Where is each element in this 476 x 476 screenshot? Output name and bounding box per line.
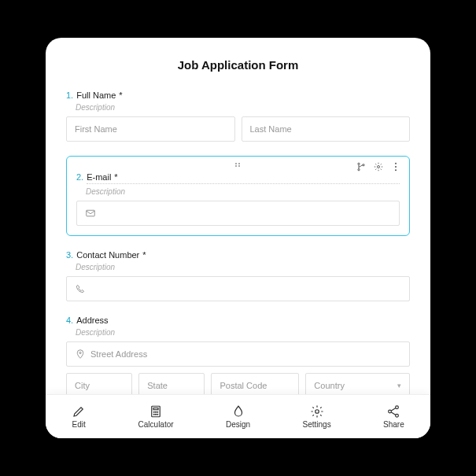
editable-label[interactable]: E-mail * bbox=[87, 172, 400, 184]
drop-icon bbox=[231, 404, 245, 419]
field-description: Description bbox=[76, 328, 410, 337]
svg-point-19 bbox=[156, 414, 157, 415]
nav-design[interactable]: Design bbox=[226, 404, 250, 429]
nav-label: Design bbox=[226, 420, 250, 429]
svg-point-9 bbox=[395, 166, 397, 168]
field-label-row: 2. E-mail * bbox=[76, 172, 400, 184]
field-email-selected[interactable]: 2. E-mail * Description bbox=[66, 156, 410, 236]
nav-label: Share bbox=[383, 420, 404, 429]
field-description: Description bbox=[76, 103, 410, 112]
svg-point-15 bbox=[153, 411, 154, 412]
svg-point-16 bbox=[156, 411, 157, 412]
branch-icon[interactable] bbox=[356, 161, 367, 172]
field-label-row: 4. Address bbox=[66, 315, 410, 325]
envelope-icon bbox=[85, 208, 96, 219]
field-tools bbox=[356, 161, 401, 172]
address-subrow: City State Postal Code Country ▾ bbox=[66, 373, 410, 394]
placeholder: City bbox=[75, 381, 90, 390]
field-label: Address bbox=[76, 315, 108, 325]
nav-calculator[interactable]: Calculator bbox=[138, 404, 174, 429]
phone-input[interactable] bbox=[66, 276, 410, 301]
first-name-input[interactable]: First Name bbox=[66, 116, 235, 142]
nav-share[interactable]: Share bbox=[383, 404, 404, 429]
svg-point-12 bbox=[79, 352, 81, 353]
email-input[interactable] bbox=[76, 201, 400, 226]
placeholder: Street Address bbox=[90, 349, 147, 359]
nav-settings[interactable]: Settings bbox=[303, 404, 331, 429]
city-input[interactable]: City bbox=[66, 373, 132, 394]
street-input[interactable]: Street Address bbox=[66, 341, 410, 367]
form-content: Job Application Form 1. Full Name * Desc… bbox=[46, 38, 430, 394]
nav-label: Edit bbox=[72, 420, 86, 429]
svg-point-21 bbox=[315, 410, 319, 414]
placeholder: Postal Code bbox=[220, 381, 267, 390]
field-number: 4. bbox=[66, 315, 73, 325]
field-number: 3. bbox=[66, 250, 73, 260]
field-address[interactable]: 4. Address Description Street Address Ci… bbox=[66, 315, 410, 394]
field-label-row: 1. Full Name * bbox=[66, 90, 410, 100]
field-description[interactable]: Description bbox=[86, 187, 400, 196]
field-contact[interactable]: 3. Contact Number * Description bbox=[66, 250, 410, 301]
svg-point-10 bbox=[395, 169, 397, 171]
svg-rect-14 bbox=[153, 408, 158, 410]
placeholder: Country bbox=[314, 381, 345, 390]
field-description: Description bbox=[76, 263, 410, 271]
field-label-row: 3. Contact Number * bbox=[66, 250, 410, 260]
gear-icon[interactable] bbox=[373, 161, 384, 172]
required-mark: * bbox=[119, 90, 122, 100]
field-number: 2. bbox=[76, 172, 83, 182]
field-full-name[interactable]: 1. Full Name * Description First Name La… bbox=[66, 90, 410, 142]
svg-point-7 bbox=[378, 166, 380, 168]
state-input[interactable]: State bbox=[138, 373, 205, 394]
svg-point-17 bbox=[157, 411, 158, 412]
form-builder-card: Job Application Form 1. Full Name * Desc… bbox=[46, 38, 430, 438]
nav-edit[interactable]: Edit bbox=[72, 404, 86, 429]
svg-point-20 bbox=[157, 414, 158, 415]
bottom-nav: Edit Calculator Design Settings Share bbox=[46, 394, 430, 438]
field-label: E-mail bbox=[87, 172, 111, 182]
placeholder: State bbox=[147, 381, 168, 390]
calculator-icon bbox=[149, 404, 163, 419]
nav-label: Calculator bbox=[138, 420, 174, 429]
more-icon[interactable] bbox=[390, 161, 401, 172]
svg-point-4 bbox=[358, 163, 360, 164]
svg-point-5 bbox=[358, 169, 360, 171]
required-mark: * bbox=[142, 250, 146, 260]
placeholder: First Name bbox=[75, 124, 117, 134]
form-title[interactable]: Job Application Form bbox=[66, 58, 410, 72]
svg-point-8 bbox=[395, 163, 397, 164]
required-mark: * bbox=[114, 172, 117, 182]
svg-point-18 bbox=[153, 414, 154, 415]
phone-icon bbox=[75, 283, 86, 294]
chevron-down-icon: ▾ bbox=[397, 382, 401, 389]
drag-handle-icon[interactable] bbox=[234, 161, 243, 170]
country-select[interactable]: Country ▾ bbox=[305, 373, 410, 394]
placeholder: Last Name bbox=[250, 124, 292, 134]
field-number: 1. bbox=[66, 90, 73, 100]
name-input-row: First Name Last Name bbox=[66, 116, 410, 142]
pin-icon bbox=[75, 349, 86, 360]
field-label: Contact Number bbox=[76, 250, 139, 260]
last-name-input[interactable]: Last Name bbox=[242, 116, 411, 142]
postal-input[interactable]: Postal Code bbox=[211, 373, 299, 394]
share-icon bbox=[386, 404, 400, 419]
pencil-icon bbox=[72, 404, 86, 419]
field-label: Full Name bbox=[76, 90, 116, 100]
gear-icon bbox=[310, 404, 324, 419]
svg-rect-11 bbox=[87, 210, 95, 216]
nav-label: Settings bbox=[303, 420, 331, 429]
